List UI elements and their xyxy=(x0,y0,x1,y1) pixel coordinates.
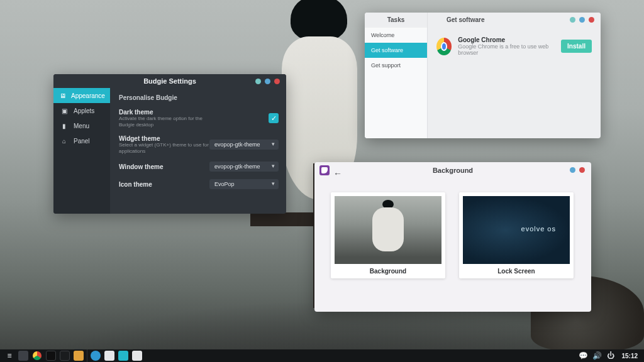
taskbar: ≡ 💬 🔊 ⏻ 15:12 xyxy=(0,349,644,362)
window-theme-title: Window theme xyxy=(119,163,163,170)
files-icon[interactable] xyxy=(73,351,84,361)
desktop: Budgie Settings 🖥 Appearance ▣ Applets ▮ xyxy=(0,0,644,362)
close-icon[interactable] xyxy=(579,167,585,173)
sidebar-item-applets[interactable]: ▣ Applets xyxy=(53,103,110,118)
sidebar-item-label: Applets xyxy=(74,107,94,114)
notifications-icon[interactable]: 💬 xyxy=(577,351,589,361)
sidebar-item-appearance[interactable]: 🖥 Appearance xyxy=(53,88,110,103)
software-sidebar: Welcome Get software Get support xyxy=(365,28,428,138)
sidebar-item-get-support[interactable]: Get support xyxy=(365,58,427,73)
settings-sidebar: 🖥 Appearance ▣ Applets ▮ Menu ⌂ Panel xyxy=(53,88,110,214)
settings-app-icon[interactable] xyxy=(118,351,129,361)
background-grid: Background evolve os Lock Screen xyxy=(314,178,591,292)
close-icon[interactable] xyxy=(589,17,594,23)
maximize-icon[interactable] xyxy=(570,167,575,173)
terminal-icon[interactable] xyxy=(45,351,57,361)
widget-theme-title: Widget theme xyxy=(119,135,209,142)
app-name: Google Chrome xyxy=(458,36,555,43)
settings-title: Budgie Settings xyxy=(143,77,196,85)
running-app-2-icon[interactable] xyxy=(131,351,143,361)
app-icon xyxy=(319,165,330,175)
thumbnail-background xyxy=(335,196,441,264)
thumbnail-lock-screen: evolve os xyxy=(463,196,570,264)
get-software-window: Tasks Get software Welcome Get software … xyxy=(365,13,601,138)
card-background[interactable]: Background xyxy=(331,192,445,278)
chrome-launcher-icon[interactable] xyxy=(31,351,43,361)
settings-titlebar[interactable]: Budgie Settings xyxy=(53,74,286,88)
sidebar-item-get-software[interactable]: Get software xyxy=(365,43,427,58)
software-header: Tasks Get software xyxy=(365,13,601,28)
budgie-settings-window: Budgie Settings 🖥 Appearance ▣ Applets ▮ xyxy=(53,74,286,214)
monitor-icon: 🖥 xyxy=(60,92,66,99)
sidebar-item-label: Menu xyxy=(74,123,89,129)
back-button[interactable]: ← xyxy=(333,165,342,182)
clock[interactable]: 15:12 xyxy=(619,353,640,359)
widget-theme-desc: Select a widget (GTK+) theme to use for … xyxy=(119,142,209,154)
setting-row-widget-theme: Widget theme Select a widget (GTK+) them… xyxy=(119,135,279,154)
tab-tasks[interactable]: Tasks xyxy=(365,13,428,28)
sidebar-item-panel[interactable]: ⌂ Panel xyxy=(53,133,110,148)
install-button[interactable]: Install xyxy=(561,40,592,53)
background-window: ← Background Background evolve os Lock S… xyxy=(314,162,591,312)
applets-icon: ▣ xyxy=(60,107,69,114)
background-title: Background xyxy=(433,167,473,174)
sidebar-item-label: Appearance xyxy=(71,92,105,99)
card-lock-screen[interactable]: evolve os Lock Screen xyxy=(459,192,574,278)
setting-row-dark-theme: Dark theme Activate the dark theme optio… xyxy=(119,109,279,128)
running-app-icon[interactable] xyxy=(104,351,115,361)
dark-theme-desc: Activate the dark theme option for the B… xyxy=(119,116,213,128)
app-entry-chrome: Google Chrome Google Chrome is a free to… xyxy=(436,36,592,56)
sidebar-item-label: Panel xyxy=(74,138,90,145)
background-titlebar[interactable]: ← Background xyxy=(314,162,591,178)
lock-thumb-text: evolve os xyxy=(521,225,556,233)
icon-theme-select[interactable]: EvoPop xyxy=(209,179,279,189)
dark-theme-title: Dark theme xyxy=(119,109,213,116)
dark-theme-toggle[interactable]: ✓ xyxy=(269,113,279,123)
menu-icon[interactable]: ≡ xyxy=(4,351,15,361)
telegram-icon[interactable] xyxy=(90,351,101,361)
widget-theme-select[interactable]: evopop-gtk-theme xyxy=(209,140,279,150)
minimize-icon[interactable] xyxy=(570,17,575,23)
power-icon[interactable]: ⏻ xyxy=(605,351,616,361)
chrome-icon xyxy=(436,38,452,55)
maximize-icon[interactable] xyxy=(579,17,585,23)
card-caption: Lock Screen xyxy=(463,264,570,277)
home-icon: ⌂ xyxy=(60,138,69,145)
minimize-icon[interactable] xyxy=(255,79,261,84)
icon-theme-title: Icon theme xyxy=(119,181,152,188)
sidebar-item-welcome[interactable]: Welcome xyxy=(365,28,427,43)
card-caption: Background xyxy=(335,264,441,277)
terminal-alt-icon[interactable] xyxy=(59,351,70,361)
setting-row-icon-theme: Icon theme EvoPop xyxy=(119,179,279,189)
app-desc: Google Chrome is a free to use web brows… xyxy=(458,43,555,56)
setting-row-window-theme: Window theme evopop-gtk-theme xyxy=(119,162,279,172)
places-icon[interactable] xyxy=(18,351,29,361)
volume-icon[interactable]: 🔊 xyxy=(591,351,602,361)
sidebar-item-menu[interactable]: ▮ Menu xyxy=(53,118,110,133)
maximize-icon[interactable] xyxy=(265,79,270,84)
tab-get-software[interactable]: Get software xyxy=(428,13,504,28)
settings-heading: Personalise Budgie xyxy=(119,94,279,101)
taskbar-separator xyxy=(87,349,87,362)
window-theme-select[interactable]: evopop-gtk-theme xyxy=(209,162,279,172)
software-main-pane: Google Chrome Google Chrome is a free to… xyxy=(428,28,601,138)
document-icon: ▮ xyxy=(60,123,69,129)
settings-content: Personalise Budgie Dark theme Activate t… xyxy=(110,88,286,214)
close-icon[interactable] xyxy=(274,79,280,84)
